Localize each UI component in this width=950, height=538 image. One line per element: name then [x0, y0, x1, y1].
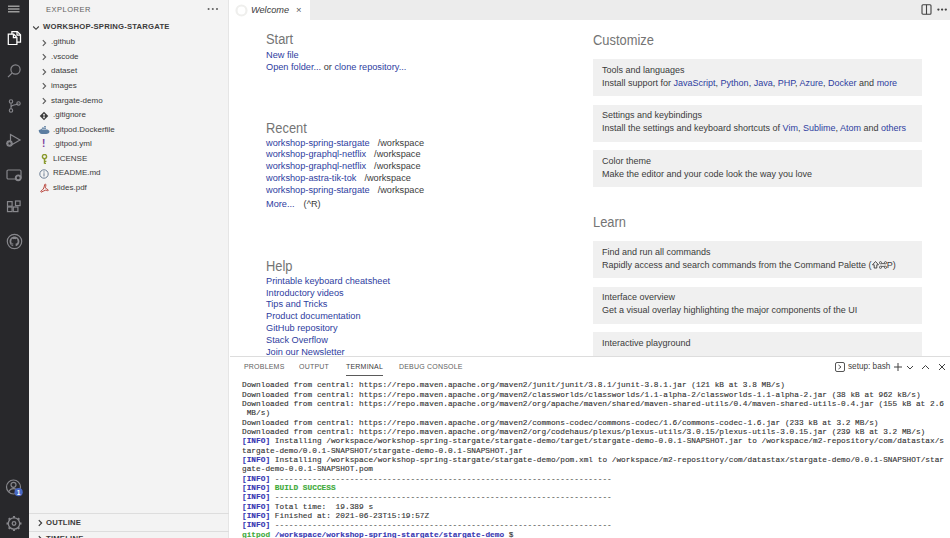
- svg-text:1: 1: [17, 489, 21, 496]
